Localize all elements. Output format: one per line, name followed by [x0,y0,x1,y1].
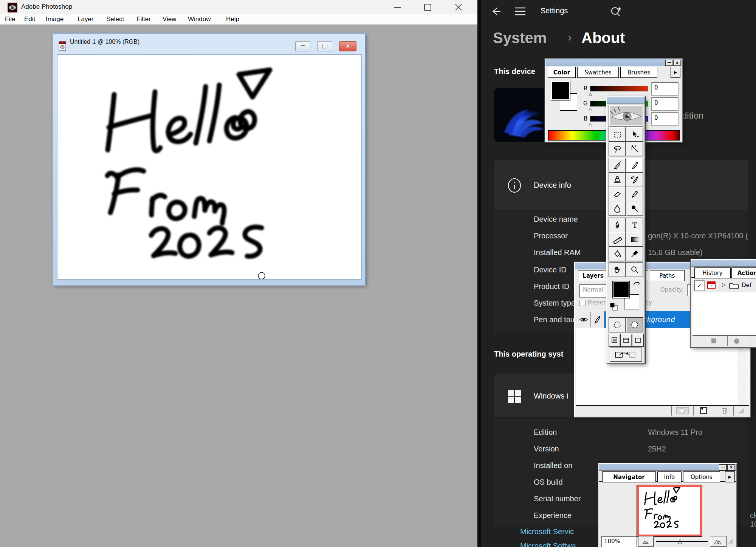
navigator-zoom-field[interactable]: 100% [601,536,636,547]
tool-magic-wand[interactable] [626,142,643,156]
tool-paint-bucket[interactable] [609,247,626,261]
value-g[interactable]: 0 [652,97,678,110]
quick-mask-mode-button[interactable] [626,318,643,332]
menu-image[interactable]: Image [46,15,64,23]
preserve-transparency-checkbox[interactable] [579,300,586,306]
photoshop-titlebar[interactable]: Adobe Photoshop [0,0,477,14]
layer-visibility-cell[interactable] [577,312,591,327]
tab-layers[interactable]: Layers [578,270,608,281]
navigator-palette[interactable]: — x Navigator Info Options ▶ 100% △ [598,463,737,547]
slider-b-thumb[interactable]: △ [589,121,592,127]
tool-dodge[interactable] [626,201,643,216]
tool-zoom[interactable] [626,263,643,277]
tool-pencil[interactable] [626,187,643,201]
maximize-button[interactable] [423,3,432,12]
tool-eraser[interactable] [609,187,626,201]
standard-mode-button[interactable] [609,318,626,332]
slider-r[interactable] [590,86,648,91]
toolbox-color-control[interactable] [609,279,642,314]
tool-measure[interactable] [609,232,626,247]
tool-pen[interactable] [609,218,626,232]
tool-clone-stamp[interactable] [609,173,626,187]
tool-rectangular-marquee[interactable] [609,127,626,142]
menu-edit[interactable]: Edit [24,15,35,23]
screen-mode-standard-button[interactable] [609,334,620,346]
tab-actions[interactable]: Actions [731,267,756,278]
zoom-out-button[interactable] [638,536,654,547]
stop-icon[interactable] [711,338,716,343]
tab-options[interactable]: Options [683,471,720,482]
tool-history-brush[interactable] [626,173,643,187]
tab-brushes[interactable]: Brushes [620,67,657,78]
toolbox-palette[interactable]: T [606,96,645,364]
document-window[interactable]: Untitled-1 @ 100% (RGB) — x [53,34,366,285]
breadcrumb-parent[interactable]: System [493,29,547,46]
tool-airbrush[interactable] [609,158,626,173]
menu-file[interactable]: File [5,15,15,23]
palette-close-icon[interactable]: x [728,465,735,470]
slider-g-thumb[interactable]: △ [589,106,592,111]
palette-minimize-icon[interactable]: — [666,60,673,66]
toolbox-titlebar[interactable] [607,97,644,104]
history-titlebar[interactable] [691,260,756,267]
link-microsoft-software[interactable]: Microsoft Softwa [520,542,576,547]
tool-move[interactable] [626,127,643,142]
tool-paintbrush[interactable] [626,158,643,173]
record-icon[interactable] [734,338,739,344]
layer-active-cell[interactable] [590,312,604,327]
search-sparkle-icon[interactable] [609,5,623,18]
screen-mode-fullscreen-button[interactable] [632,334,643,346]
navigator-slider-thumb[interactable]: △ [678,538,682,545]
back-icon[interactable] [490,6,501,17]
screen-mode-fullscreen-menubar-button[interactable] [621,334,632,346]
tool-eyedropper[interactable] [626,247,643,261]
color-palette-titlebar[interactable]: — x [545,59,682,66]
tool-type[interactable]: T [626,218,643,232]
tab-swatches[interactable]: Swatches [577,67,619,78]
palette-menu-arrow[interactable]: ▶ [671,67,680,78]
slider-r-thumb[interactable]: △ [589,91,592,96]
palette-minimize-icon[interactable]: — [719,465,727,470]
tab-color[interactable]: Color [548,67,576,78]
history-actions-palette[interactable]: History Actions ✓ ▷ Def [691,259,756,348]
tool-gradient[interactable] [626,232,643,247]
zoom-in-button[interactable] [710,536,726,547]
tool-hand[interactable] [609,263,626,277]
add-mask-icon[interactable] [676,407,689,414]
link-microsoft-services[interactable]: Microsoft Servic [520,527,574,536]
trash-icon[interactable] [720,406,729,415]
canvas[interactable] [57,54,362,280]
resize-grip-icon[interactable] [738,407,745,414]
tab-navigator[interactable]: Navigator [602,471,656,482]
palette-menu-arrow[interactable]: ▶ [725,471,735,482]
minimize-button[interactable] [392,3,402,12]
close-button[interactable] [454,3,463,12]
menu-select[interactable]: Select [106,15,124,23]
jump-to-imageready-button[interactable] [610,348,642,362]
tab-paths[interactable]: Paths [650,270,685,281]
hamburger-menu-icon[interactable] [514,6,527,16]
toolbox-foreground-swatch[interactable] [613,281,629,298]
palette-close-icon[interactable]: x [674,60,681,66]
action-set-row[interactable]: ✓ ▷ Def [692,279,756,293]
doc-minimize-button[interactable]: — [295,41,310,51]
tab-info[interactable]: Info [657,471,682,482]
expander-arrow-icon[interactable]: ▷ [722,282,726,287]
doc-close-button[interactable]: x [339,41,356,51]
menu-filter[interactable]: Filter [136,15,151,23]
value-b[interactable]: 0 [652,113,678,125]
swap-colors-icon[interactable] [632,280,641,288]
menu-window[interactable]: Window [188,15,211,23]
menu-layer[interactable]: Layer [77,15,94,23]
doc-restore-button[interactable] [317,41,332,51]
tool-blur[interactable] [609,201,626,216]
value-r[interactable]: 0 [652,82,678,95]
tool-lasso[interactable] [609,142,626,156]
new-layer-icon[interactable] [699,406,708,415]
navigator-viewbox[interactable] [637,485,702,536]
action-dialog-toggle[interactable] [707,281,717,289]
navigator-titlebar[interactable]: — x [599,464,736,471]
resize-grip-icon[interactable] [728,537,734,545]
action-check-toggle[interactable]: ✓ [694,281,704,290]
default-colors-icon[interactable] [609,302,619,312]
